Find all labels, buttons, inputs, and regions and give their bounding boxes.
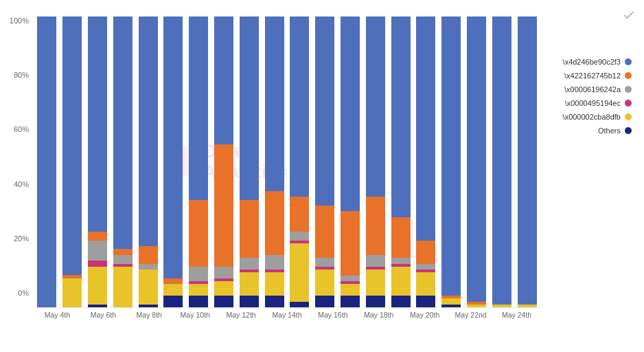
bar-group <box>60 16 85 307</box>
bar-group <box>34 16 60 307</box>
bar-segment-gray <box>189 267 208 281</box>
bar-segment-blue <box>315 16 334 206</box>
bar-segment-blue <box>163 16 183 278</box>
bar-stack <box>88 16 107 307</box>
bar-stack <box>37 16 56 307</box>
bar-segment-orange <box>416 241 435 264</box>
legend-dot <box>625 100 632 107</box>
bar-stack <box>341 16 360 307</box>
x-label: May 20th <box>402 311 448 319</box>
bar-segment-blue <box>441 16 461 296</box>
x-label: May 24th <box>494 311 540 319</box>
bar-group <box>161 16 186 307</box>
y-label: 20% <box>14 234 29 243</box>
bar-stack <box>290 16 309 307</box>
bar-segment-yellow <box>88 267 107 305</box>
bar-group <box>338 16 363 307</box>
bar-segment-navy <box>189 296 208 307</box>
bar-segment-blue <box>113 16 133 249</box>
bar-segment-blue <box>492 16 511 305</box>
bar-segment-gray <box>139 264 158 270</box>
legend-item: Others <box>549 126 632 135</box>
legend-dot <box>625 86 632 93</box>
bar-segment-blue <box>391 16 411 217</box>
x-axis: May 4thMay 6thMay 8thMay 10thMay 12thMay… <box>33 308 541 319</box>
legend-item: \x4d246be90c2f3 <box>549 58 632 66</box>
bar-stack <box>189 16 208 307</box>
bar-segment-orange <box>214 144 233 267</box>
bar-group <box>439 16 464 307</box>
bar-segment-blue <box>265 16 284 191</box>
bar-segment-blue <box>189 16 208 199</box>
legend-item: \x00006196242a <box>549 85 632 94</box>
bar-segment-navy <box>88 305 107 307</box>
bar-segment-orange <box>163 278 183 284</box>
bar-stack <box>265 16 284 307</box>
bar-segment-yellow <box>467 305 486 307</box>
bar-segment-blue <box>37 16 56 307</box>
legend-label: \x000002cba8dfb <box>563 113 621 121</box>
bar-group <box>464 16 490 307</box>
bar-segment-navy <box>441 305 461 307</box>
bar-segment-blue <box>88 16 107 232</box>
bar-segment-blue <box>366 16 385 197</box>
bar-stack <box>441 16 461 307</box>
bar-segment-gray <box>366 255 385 267</box>
bar-segment-navy <box>163 296 183 307</box>
bar-group <box>363 16 388 307</box>
bar-stack <box>240 16 259 307</box>
bar-stack <box>315 16 334 307</box>
bar-segment-blue <box>240 16 259 199</box>
bar-stack <box>113 16 133 307</box>
bar-segment-navy <box>265 296 284 307</box>
bar-segment-navy <box>290 302 309 307</box>
bar-group <box>413 16 439 307</box>
bar-segment-navy <box>139 305 158 307</box>
bar-segment-orange <box>290 197 309 232</box>
legend-dot <box>625 113 632 120</box>
bar-group <box>186 16 211 307</box>
bar-segment-blue <box>341 16 360 211</box>
chart-area: 100%80%60%40%20%0% DuneAnalytics <box>7 16 637 319</box>
legend-label: \x422162745b12 <box>564 72 621 80</box>
bar-segment-yellow <box>416 272 435 296</box>
y-label: 100% <box>10 16 29 25</box>
bar-group <box>236 16 262 307</box>
bar-segment-pink <box>88 261 107 266</box>
x-label: May 4th <box>34 311 80 319</box>
bar-segment-blue <box>62 16 82 275</box>
bar-segment-yellow <box>518 305 537 307</box>
bar-segment-navy <box>416 296 435 307</box>
bar-group <box>312 16 338 307</box>
bar-segment-orange <box>366 197 385 255</box>
bar-segment-orange <box>113 249 133 254</box>
legend-item: \x422162745b12 <box>549 72 632 80</box>
x-label: May 18th <box>356 311 402 319</box>
bar-stack <box>467 16 486 307</box>
bar-segment-orange <box>315 206 334 258</box>
bar-segment-navy <box>214 296 233 307</box>
bar-segment-blue <box>416 16 435 241</box>
x-label: May 14th <box>264 311 310 319</box>
bar-segment-navy <box>366 296 385 307</box>
bar-segment-yellow <box>265 272 284 296</box>
bar-segment-yellow <box>113 267 133 307</box>
bar-segment-blue <box>518 16 537 305</box>
bar-segment-orange <box>139 246 158 263</box>
legend-dot <box>625 72 632 79</box>
bar-group <box>388 16 413 307</box>
legend-label: \x4d246be90c2f3 <box>563 58 621 66</box>
bar-group <box>135 16 161 307</box>
y-label: 60% <box>14 125 29 133</box>
x-label: May 12th <box>218 311 264 319</box>
bar-segment-yellow <box>492 305 511 307</box>
bar-group <box>211 16 237 307</box>
bar-segment-orange <box>189 200 208 267</box>
bars-section: DuneAnalytics May 4thMay 6thMay 8thMay 1… <box>33 16 541 319</box>
bar-stack <box>366 16 385 307</box>
bar-segment-yellow <box>214 281 233 296</box>
bar-segment-gray <box>214 267 233 278</box>
bar-stack <box>416 16 435 307</box>
bars-row: DuneAnalytics <box>33 16 541 308</box>
bar-segment-yellow <box>240 272 259 296</box>
